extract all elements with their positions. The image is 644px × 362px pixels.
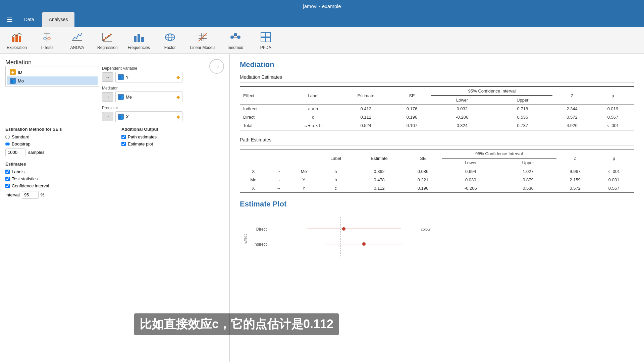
predictor-arrow[interactable]: → [102, 112, 113, 121]
predictor-group: Predictor → 👥 X ◆ [102, 106, 224, 122]
estimate-plot-title: Estimate Plot [240, 200, 634, 208]
path-z-cell: 9.967 [556, 167, 594, 176]
path-p-cell: < .001 [594, 167, 634, 176]
toolbar-ttests[interactable]: T-Tests [37, 31, 57, 50]
main-layout: Mediation → ◆ ID 👥 Mo [0, 54, 644, 362]
path-lower-cell: 0.694 [442, 167, 500, 176]
path-se-cell: 0.221 [404, 176, 441, 184]
standard-radio[interactable] [5, 135, 10, 139]
toolbar-linear-models[interactable]: Linear Models [190, 31, 215, 50]
dep-var-value: Y [126, 75, 129, 80]
from-cell: X [240, 184, 267, 193]
toolbar-factor[interactable]: Factor [160, 31, 180, 50]
run-button[interactable]: → [209, 59, 224, 74]
path-lower-cell: -0.206 [442, 184, 500, 193]
ttests-label: T-Tests [41, 45, 54, 50]
toolbar-medmod[interactable]: medmod [225, 31, 246, 50]
to-cell: Y [290, 184, 318, 193]
path-lower-cell: 0.030 [442, 176, 500, 184]
ci-header: 95% Confidence Interval [431, 86, 552, 96]
estimation-section-title: Estimation Method for SE's [5, 127, 108, 132]
medmod-label: medmod [228, 45, 244, 50]
predictor-label: Predictor [102, 106, 224, 110]
path-label-header: Label [317, 149, 354, 167]
mediation-estimates-title: Mediation Estimates [240, 74, 634, 80]
toolbar-regression[interactable]: Regression [97, 31, 118, 50]
hamburger-menu[interactable]: ☰ [3, 13, 16, 25]
confidence-interval-checkbox[interactable] [5, 184, 10, 188]
medmod-icon [229, 31, 242, 44]
title-text: jamovi - example [303, 3, 341, 9]
samples-label: samples [28, 150, 44, 155]
svg-line-13 [103, 34, 112, 41]
svg-rect-17 [138, 34, 140, 42]
test-statistics-row: Test statistics [5, 176, 224, 181]
dep-var-arrow[interactable]: → [102, 72, 113, 82]
dep-var-field: 👥 Y ◆ [115, 72, 182, 82]
path-label-cell: b [317, 176, 354, 184]
estimate-plot-checkbox[interactable] [121, 142, 126, 146]
lower-cell: 0.032 [431, 105, 492, 113]
path-label-cell: c [317, 184, 354, 193]
p-cell: < .001 [592, 121, 634, 130]
path-estimates-checkbox[interactable] [121, 135, 126, 139]
label-cell: c + a × b [287, 121, 339, 130]
z-header: Z [552, 86, 592, 105]
toolbar-anova[interactable]: ANOVA [67, 31, 87, 50]
svg-text:colour: colour [421, 227, 431, 231]
ppda-icon [259, 31, 272, 44]
dep-var-clear[interactable]: ◆ [176, 74, 180, 80]
estimate-plot-row: Estimate plot [121, 141, 224, 146]
toolbar-ppda[interactable]: PPDA [256, 31, 276, 50]
toolbar-frequencies[interactable]: Frequencies [128, 31, 150, 50]
interval-row: Interval % [5, 191, 224, 199]
lower-cell: -0.206 [431, 113, 492, 121]
svg-point-6 [48, 37, 50, 40]
p-cell: 0.567 [592, 113, 634, 121]
upper-cell: 0.737 [493, 121, 552, 130]
anova-label: ANOVA [70, 45, 84, 50]
var-id-icon: ◆ [10, 69, 16, 75]
svg-rect-35 [261, 38, 265, 42]
samples-input[interactable] [5, 148, 25, 156]
labels-checkbox[interactable] [5, 170, 10, 174]
var-id[interactable]: ◆ ID [7, 68, 98, 76]
var-mo[interactable]: 👥 Mo [7, 76, 98, 85]
toolbar-exploration[interactable]: Exploration [7, 31, 27, 50]
test-statistics-checkbox[interactable] [5, 177, 10, 181]
dependent-variable-group: Dependent Variable → 👥 Y ◆ [102, 66, 224, 82]
from-header [240, 149, 267, 167]
z-cell: 0.572 [552, 113, 592, 121]
lower-header: Lower [431, 96, 492, 105]
table-row: X → Y c 0.112 0.196 -0.206 0.536 0.572 0… [240, 184, 634, 193]
mediator-arrow[interactable]: → [102, 92, 113, 102]
variable-list: ◆ ID 👥 Mo [5, 66, 99, 87]
from-cell: X [240, 167, 267, 176]
frequencies-label: Frequencies [128, 45, 150, 50]
interval-label: Interval [5, 192, 20, 197]
factor-label: Factor [164, 45, 176, 50]
svg-rect-34 [266, 33, 270, 37]
bootstrap-radio[interactable] [5, 142, 10, 146]
predictor-clear[interactable]: ◆ [176, 114, 180, 119]
svg-point-27 [230, 36, 234, 39]
se-cell: 0.107 [392, 121, 431, 130]
se-cell: 0.196 [392, 113, 431, 121]
t-tests-icon [40, 31, 54, 44]
mediator-clear[interactable]: ◆ [176, 94, 180, 100]
analyses-tab[interactable]: Analyses [42, 12, 75, 27]
label-cell: a × b [287, 105, 339, 113]
standard-label: Standard [12, 134, 30, 139]
svg-line-26 [199, 33, 207, 41]
options-row: Estimation Method for SE's Standard Boot… [5, 127, 224, 156]
bootstrap-label: Bootstrap [12, 141, 31, 146]
path-estimate-cell: 0.112 [354, 184, 404, 193]
interval-input[interactable] [22, 191, 39, 199]
plot-area: Effect Direct Indirect colour [240, 214, 634, 267]
predictor-icon: 👥 [118, 114, 124, 120]
arrow-cell: → [267, 184, 290, 193]
estimate-plot-label: Estimate plot [128, 141, 153, 146]
additional-output-col: Additional Output Path estimates Estimat… [121, 127, 224, 156]
var-id-label: ID [18, 70, 22, 75]
data-tab[interactable]: Data [17, 12, 41, 27]
